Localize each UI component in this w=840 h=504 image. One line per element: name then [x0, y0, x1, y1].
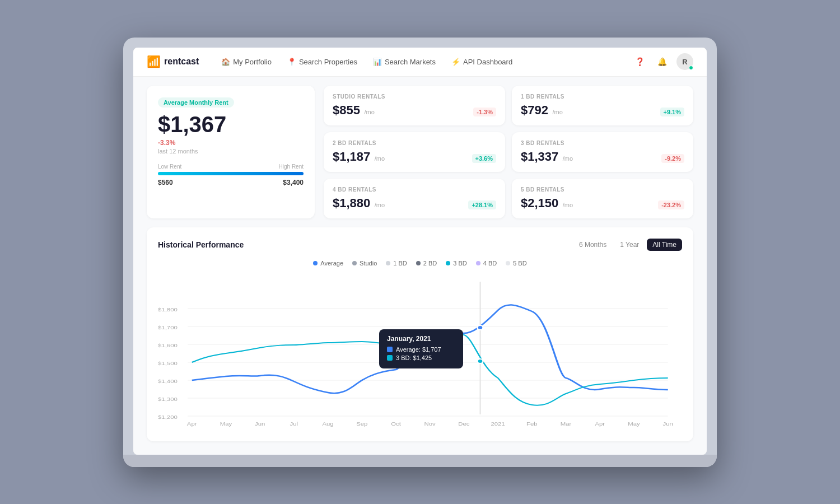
chart-container: $1,200 $1,300 $1,400 $1,500 $1,600 $1,70… — [158, 273, 682, 430]
top-section: Average Monthly Rent $1,367 -3.3% last 1… — [147, 86, 693, 218]
svg-text:$1,500: $1,500 — [158, 361, 178, 366]
bd-label: 5 BD Rentals — [521, 186, 684, 193]
pin-icon: 📍 — [287, 58, 296, 66]
rent-range-labels: Low Rent High Rent — [158, 164, 304, 170]
bd-price: $2,150 /mo — [521, 196, 573, 211]
bd-change: -23.2% — [658, 200, 684, 209]
screen: 📶 rentcast 🏠 My Portfolio 📍 Search Prope… — [133, 48, 707, 455]
nav-item-portfolio[interactable]: 🏠 My Portfolio — [214, 54, 278, 69]
bd-rentals-grid: Studio Rentals $855 /mo -1.3% 1 BD Renta… — [324, 86, 693, 218]
bd-label: 2 BD Rentals — [333, 140, 496, 146]
legend-label: 5 BD — [513, 260, 526, 267]
bd-card: 1 BD Rentals $792 /mo +9.1% — [512, 86, 693, 125]
svg-text:Feb: Feb — [526, 421, 538, 427]
bd-label: 1 BD Rentals — [521, 94, 684, 100]
nav-label-portfolio: My Portfolio — [233, 58, 272, 66]
svg-text:$1,200: $1,200 — [158, 414, 178, 420]
svg-text:Oct: Oct — [391, 421, 401, 427]
rent-range-bar — [158, 172, 304, 175]
bd-change: -9.2% — [661, 154, 684, 163]
bd-price: $855 /mo — [333, 103, 375, 118]
svg-text:Nov: Nov — [424, 421, 436, 427]
legend-dot — [416, 261, 421, 265]
bd-change: +3.6% — [472, 154, 497, 163]
high-rent-label: High Rent — [279, 164, 304, 170]
logo: 📶 rentcast — [147, 55, 199, 68]
time-button-6-months[interactable]: 6 Months — [573, 239, 612, 251]
legend-dot — [446, 261, 450, 265]
time-button-all-time[interactable]: All Time — [647, 239, 682, 251]
svg-text:Mar: Mar — [561, 421, 572, 427]
bd-card: Studio Rentals $855 /mo -1.3% — [324, 86, 505, 125]
legend-item: 4 BD — [476, 260, 497, 267]
api-icon: ⚡ — [451, 58, 460, 66]
notifications-button[interactable]: 🔔 — [654, 54, 670, 69]
svg-text:Apr: Apr — [595, 421, 605, 427]
avg-rent-period: last 12 months — [158, 148, 304, 155]
help-icon: ❓ — [635, 57, 645, 66]
bd-change: +28.1% — [468, 200, 496, 209]
low-rent-label: Low Rent — [158, 164, 181, 170]
legend-item: 2 BD — [416, 260, 437, 267]
bd-label: 4 BD Rentals — [333, 186, 496, 193]
logo-text: rentcast — [164, 57, 199, 67]
legend-dot — [476, 261, 480, 265]
legend-item: 3 BD — [446, 260, 466, 267]
time-buttons: 6 Months1 YearAll Time — [573, 239, 682, 251]
nav-label-search-markets: Search Markets — [385, 58, 436, 66]
hist-title: Historical Performance — [158, 240, 244, 249]
legend-item: Studio — [352, 260, 377, 267]
bd-label: Studio Rentals — [333, 94, 496, 100]
bd-price: $1,337 /mo — [521, 150, 573, 164]
bell-icon: 🔔 — [657, 57, 667, 66]
svg-text:Sep: Sep — [356, 421, 368, 427]
help-button[interactable]: ❓ — [632, 54, 647, 69]
svg-text:$1,700: $1,700 — [158, 325, 178, 330]
svg-text:May: May — [628, 421, 640, 427]
nav-item-search-properties[interactable]: 📍 Search Properties — [281, 54, 364, 69]
svg-text:$1,800: $1,800 — [158, 307, 178, 312]
logo-icon: 📶 — [147, 55, 161, 68]
avg-rent-change: -3.3% — [158, 139, 304, 147]
chart-icon: 📊 — [373, 58, 382, 66]
time-button-1-year[interactable]: 1 Year — [614, 239, 645, 251]
bd-row: $855 /mo -1.3% — [333, 103, 496, 118]
svg-text:Jun: Jun — [663, 421, 674, 427]
bd-price: $1,187 /mo — [333, 150, 385, 164]
nav-item-api[interactable]: ⚡ API Dashboard — [445, 54, 519, 69]
legend-label: 2 BD — [423, 260, 437, 267]
avg-rent-card: Average Monthly Rent $1,367 -3.3% last 1… — [147, 86, 315, 218]
rent-range-values: $560 $3,400 — [158, 179, 304, 186]
avatar[interactable]: R — [676, 53, 693, 70]
bd-card: 5 BD Rentals $2,150 /mo -23.2% — [512, 179, 693, 218]
bd-row: $1,880 /mo +28.1% — [333, 196, 496, 211]
bd-row: $792 /mo +9.1% — [521, 103, 684, 118]
bd-change: +9.1% — [660, 108, 685, 116]
svg-text:Aug: Aug — [322, 421, 334, 427]
home-icon: 🏠 — [221, 58, 230, 66]
legend-dot — [506, 261, 510, 265]
svg-text:Jun: Jun — [255, 421, 265, 427]
legend-label: 1 BD — [393, 260, 407, 267]
bd-card: 2 BD Rentals $1,187 /mo +3.6% — [324, 132, 505, 172]
legend-dot — [352, 261, 357, 265]
svg-text:May: May — [220, 421, 232, 427]
bd-label: 3 BD Rentals — [521, 140, 684, 146]
high-rent-value: $3,400 — [283, 179, 304, 186]
main-content: Average Monthly Rent $1,367 -3.3% last 1… — [133, 77, 707, 455]
hist-header: Historical Performance 6 Months1 YearAll… — [158, 239, 682, 251]
navbar: 📶 rentcast 🏠 My Portfolio 📍 Search Prope… — [133, 48, 707, 77]
legend-item: Average — [313, 260, 343, 267]
historical-performance-card: Historical Performance 6 Months1 YearAll… — [147, 227, 693, 441]
legend-item: 1 BD — [386, 260, 407, 267]
bd-price: $1,880 /mo — [333, 196, 385, 211]
nav-right: ❓ 🔔 R — [632, 53, 693, 70]
legend-item: 5 BD — [506, 260, 526, 267]
avg-rent-badge: Average Monthly Rent — [158, 97, 234, 108]
bd-change: -1.3% — [473, 108, 496, 116]
laptop-base — [123, 455, 717, 467]
bd-row: $1,337 /mo -9.2% — [521, 150, 684, 164]
nav-item-search-markets[interactable]: 📊 Search Markets — [366, 54, 442, 69]
bd-card: 4 BD Rentals $1,880 /mo +28.1% — [324, 179, 505, 218]
legend-label: Studio — [360, 260, 377, 267]
